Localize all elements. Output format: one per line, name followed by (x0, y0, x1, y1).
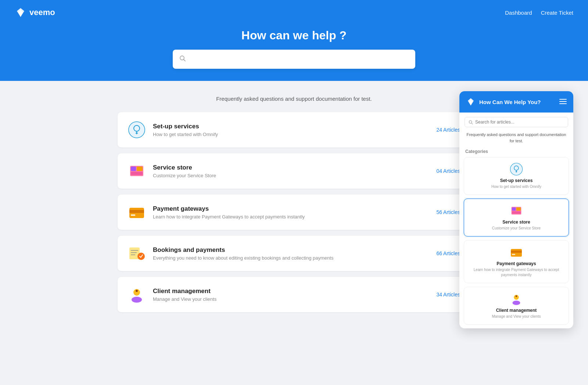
category-desc: How to get started with Omnify (153, 132, 429, 137)
widget-search (465, 117, 568, 127)
widget-title: How Can We Help You? (479, 99, 541, 105)
category-name: Service store (153, 164, 429, 171)
widget-cat-name: Payment gateways (469, 261, 563, 266)
widget-cat-desc: Customize your Service Store (469, 226, 563, 231)
widget-category-card-client-management[interactable]: Client management Manage and View your c… (464, 287, 569, 325)
category-icon-client (128, 286, 146, 303)
svg-rect-27 (512, 207, 516, 211)
category-desc: Customize your Service Store (153, 173, 429, 178)
widget-cat-icon-service (510, 204, 523, 217)
category-icon-booking (128, 245, 146, 262)
svg-point-35 (516, 295, 517, 297)
widget-search-icon (469, 120, 473, 125)
svg-rect-32 (512, 254, 515, 255)
svg-line-23 (472, 123, 473, 124)
category-desc: Everything you need to know about editin… (153, 255, 429, 261)
create-ticket-link[interactable]: Create Ticket (541, 10, 573, 16)
category-icon-service (128, 162, 146, 180)
widget-category-card-setup-services[interactable]: Set-up services How to get started with … (464, 157, 569, 195)
category-name: Set-up services (153, 123, 429, 130)
svg-point-17 (132, 297, 142, 303)
article-count: 66 Articles (436, 250, 460, 256)
widget-description: Frequently asked questions and support d… (459, 132, 573, 147)
svg-rect-10 (131, 214, 135, 216)
widget-cat-desc: Learn how to integrate Payment Gateways … (469, 267, 563, 278)
search-icon (179, 55, 186, 64)
category-card-service-store[interactable]: Service store Customize your Service Sto… (118, 153, 470, 189)
widget-header: How Can We Help You? (459, 91, 573, 113)
svg-point-24 (510, 163, 523, 175)
svg-rect-6 (137, 167, 143, 171)
section-description: Frequently asked questions and support d… (118, 96, 470, 102)
svg-rect-28 (516, 207, 521, 211)
widget-category-card-service-store[interactable]: Service store Customize your Service Sto… (464, 199, 569, 236)
widget-cat-icon-client (510, 292, 523, 306)
svg-rect-21 (559, 103, 567, 104)
article-count: 24 Articles (436, 127, 460, 133)
widget-cat-desc: Manage and View your clients (469, 314, 563, 319)
widget-categories-label: Categories (459, 147, 573, 157)
category-name: Client management (153, 288, 429, 295)
header-nav: veemo Dashboard Create Ticket (15, 0, 573, 18)
svg-rect-20 (559, 101, 567, 102)
nav-links: Dashboard Create Ticket (505, 10, 573, 16)
widget-cat-icon-payment (510, 246, 523, 259)
category-info: Set-up services How to get started with … (153, 123, 429, 137)
widget-logo-icon (466, 97, 476, 107)
widget-search-input[interactable] (475, 120, 564, 125)
dashboard-link[interactable]: Dashboard (505, 10, 532, 16)
widget-cat-name: Service store (469, 220, 563, 225)
svg-point-34 (513, 301, 520, 305)
svg-rect-29 (512, 211, 521, 214)
article-count: 34 Articles (436, 292, 460, 297)
svg-rect-19 (559, 99, 567, 100)
category-info: Bookings and payments Everything you nee… (153, 246, 429, 261)
widget-menu-icon[interactable] (559, 98, 567, 106)
search-bar (173, 50, 415, 69)
categories-list: Set-up services How to get started with … (118, 112, 470, 312)
floating-widget: How Can We Help You? Frequently asked qu… (459, 91, 573, 328)
category-name: Bookings and payments (153, 246, 429, 254)
widget-cat-name: Set-up services (469, 178, 563, 183)
svg-point-2 (129, 122, 145, 138)
veemo-logo-icon (15, 7, 26, 18)
svg-rect-9 (129, 210, 144, 213)
category-info: Client management Manage and View your c… (153, 288, 429, 302)
category-icon-payment (128, 203, 146, 221)
category-card-setup-services[interactable]: Set-up services How to get started with … (118, 112, 470, 147)
logo-text: veemo (29, 8, 55, 17)
svg-rect-7 (131, 172, 143, 175)
widget-cat-name: Client management (469, 308, 563, 313)
category-info: Service store Customize your Service Sto… (153, 164, 429, 178)
category-desc: Manage and View your clients (153, 296, 429, 302)
search-input[interactable] (190, 56, 409, 63)
category-name: Payment gateways (153, 205, 429, 213)
logo: veemo (15, 7, 55, 18)
widget-header-left: How Can We Help You? (466, 97, 541, 107)
category-card-payment-gateways[interactable]: Payment gateways Learn how to integrate … (118, 195, 470, 230)
category-desc: Learn how to integrate Payment Gateways … (153, 214, 429, 220)
category-info: Payment gateways Learn how to integrate … (153, 205, 429, 220)
widget-cat-icon-setup (510, 163, 523, 176)
widget-cat-desc: How to get started with Omnify (469, 184, 563, 189)
main-content: Frequently asked questions and support d… (110, 81, 478, 340)
category-icon-setup (128, 121, 146, 139)
svg-line-1 (184, 59, 186, 61)
header-title: How can we help ? (241, 29, 347, 42)
article-count: 04 Articles (436, 168, 460, 174)
header: veemo Dashboard Create Ticket How can we… (0, 0, 588, 81)
svg-rect-5 (131, 167, 136, 171)
widget-categories-list: Set-up services How to get started with … (459, 157, 573, 325)
category-card-bookings-payments[interactable]: Bookings and payments Everything you nee… (118, 236, 470, 271)
category-card-client-management[interactable]: Client management Manage and View your c… (118, 277, 470, 312)
widget-category-card-payment-gateways[interactable]: Payment gateways Learn how to integrate … (464, 240, 569, 283)
article-count: 56 Articles (436, 209, 460, 215)
svg-rect-31 (511, 251, 522, 253)
svg-point-18 (136, 290, 138, 292)
